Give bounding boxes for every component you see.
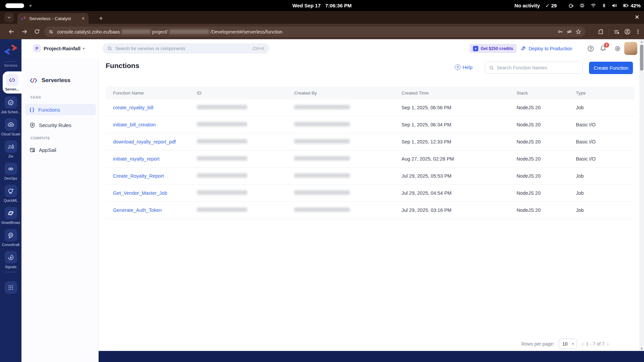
col-function-name: Function Name (113, 90, 197, 96)
nav-item-appsail[interactable]: AppSail (25, 144, 96, 156)
table-body: create_royality_bill Sep 1, 2025, 06:56 … (106, 99, 635, 219)
new-tab-button[interactable]: + (97, 14, 105, 23)
scroll-down-icon[interactable]: ▼ (639, 346, 644, 351)
apps-grid-icon (5, 281, 17, 294)
forward-icon[interactable] (20, 27, 28, 36)
function-name-link[interactable]: Get_Vendor_Master_Job (113, 190, 167, 196)
all-apps-button[interactable] (0, 281, 21, 294)
wifi-icon[interactable] (590, 3, 596, 8)
get-credits-button[interactable]: + Get $250 credits (470, 44, 517, 53)
clock-date: Wed Sep 17 (292, 3, 321, 8)
nav-item-security-rules[interactable]: Security Rules (25, 119, 96, 131)
global-search-input[interactable] (115, 46, 250, 51)
next-page-icon[interactable]: › (607, 341, 609, 347)
cell-stack: NodeJS 20 (517, 139, 576, 144)
function-name-link[interactable]: Create_Royalty_Report (113, 173, 164, 179)
function-name-link[interactable]: create_royality_bill (113, 105, 153, 110)
col-created-by: Created By (294, 90, 401, 96)
global-search[interactable]: Ctrl+K (103, 43, 269, 54)
page-scrollbar[interactable]: ▲ ▼ (639, 39, 644, 351)
cloud-scale-icon (5, 118, 17, 131)
window-close-icon[interactable]: ✕ (632, 12, 642, 22)
user-avatar[interactable] (624, 42, 637, 55)
function-search-input[interactable] (497, 65, 579, 70)
create-function-button[interactable]: Create Function (589, 62, 633, 74)
function-name-link[interactable]: download_royalty_report_pdf (113, 139, 176, 144)
help-circle-icon[interactable] (587, 45, 594, 52)
redacted-created-by (294, 105, 350, 109)
rows-per-page-select[interactable]: 10 ▾ (559, 339, 577, 349)
deploy-to-production-button[interactable]: Deploy to Production (520, 39, 572, 58)
sidebar-item-zia[interactable]: Zia Zia (0, 140, 21, 158)
function-name-link[interactable]: initiate_bill_creation (113, 122, 156, 127)
app-header: P Project-Rainfall ▾ Ctrl+K + Get $250 c… (21, 39, 644, 58)
notifications-bell-icon[interactable]: 2 (600, 45, 607, 52)
scrollbar-thumb[interactable] (640, 45, 643, 71)
notification-count-badge: 2 (604, 43, 609, 48)
redacted-created-by (294, 139, 350, 143)
sidebar-item-convokraft[interactable]: ConvoKraft (0, 229, 21, 247)
sidebar-item-quickml[interactable]: QuickML (0, 185, 21, 202)
browser-tab[interactable]: Serverless - Catalyst (17, 13, 89, 24)
signals-icon (5, 251, 17, 263)
serverless-panel-icon (30, 76, 38, 84)
sidebar-divider (5, 61, 17, 62)
system-tray[interactable]: No activity ✓ 29 42% (515, 0, 641, 11)
project-selector[interactable]: Project-Rainfall ▾ (44, 39, 85, 58)
function-search[interactable] (485, 62, 583, 74)
brightness-icon[interactable] (579, 3, 585, 8)
scroll-up-icon[interactable]: ▲ (639, 39, 644, 44)
function-name-link[interactable]: initiate_royalty_report (113, 156, 160, 162)
table-row: Generate_Auth_Token Jul 29, 2025, 03:16 … (106, 202, 635, 219)
services-section-label: Services (0, 63, 21, 67)
eye-slash-icon[interactable] (567, 29, 572, 35)
previous-page-icon[interactable]: ‹ (582, 341, 584, 347)
toolbar-divider (608, 28, 609, 35)
function-name-link[interactable]: Generate_Auth_Token (113, 207, 162, 213)
volume-icon[interactable] (611, 3, 618, 8)
sidebar-item-serverless[interactable]: Server... (3, 71, 21, 94)
credits-icon: + (473, 46, 478, 51)
col-id: ID (197, 90, 294, 96)
caffeine-icon[interactable] (568, 3, 574, 8)
nav-item-functions[interactable]: { } Functions (25, 104, 96, 115)
settings-gear-icon[interactable] (614, 45, 621, 52)
reload-icon[interactable] (33, 27, 41, 36)
bluetooth-icon[interactable] (602, 3, 606, 8)
project-badge: P (33, 44, 41, 52)
extensions-icon[interactable] (598, 29, 604, 35)
table-row: Create_Royalty_Report Jul 29, 2025, 05:5… (106, 168, 635, 185)
back-icon[interactable] (7, 27, 15, 36)
cell-stack: NodeJS 20 (517, 173, 576, 179)
search-icon (107, 46, 112, 51)
cell-created-time: Jul 29, 2025, 03:16 PM (401, 207, 517, 213)
cell-type: Basic I/O (576, 122, 635, 127)
password-key-icon[interactable] (557, 29, 563, 35)
cell-type: Basic I/O (576, 139, 635, 144)
address-bar[interactable]: console.catalyst.zoho.eu/baas project/ /… (44, 26, 585, 37)
media-list-icon[interactable] (613, 29, 620, 35)
cell-stack: NodeJS 20 (517, 156, 576, 162)
url-text: console.catalyst.zoho.eu/baas project/ /… (57, 29, 554, 35)
chevron-down-icon: ▾ (83, 47, 85, 50)
site-info-icon[interactable] (48, 29, 54, 35)
tab-search-button[interactable] (4, 13, 14, 22)
serverless-nav-panel: Serverless FAAS { } Functions Security R… (21, 58, 99, 362)
sidebar-item-smartbrowz[interactable]: SmartBrowz (0, 207, 21, 225)
catalyst-logo[interactable] (4, 43, 17, 57)
profile-icon[interactable] (624, 28, 631, 35)
sidebar-item-signals[interactable]: Signals (0, 251, 21, 269)
kebab-menu-icon[interactable]: ⋮ (635, 28, 641, 35)
sidebar-item-cloud-scale[interactable]: Cloud Scale (0, 118, 21, 136)
bookmark-star-icon[interactable] (576, 29, 581, 35)
sidebar-item-job-scheduling[interactable]: Job Sched... (0, 96, 21, 114)
redacted-id (197, 207, 247, 212)
battery-status[interactable]: 42% (623, 3, 641, 8)
table-header-row: Function Name ID Created By Created Time… (106, 86, 635, 99)
redacted-created-by (294, 122, 350, 126)
help-link[interactable]: ? Help (455, 64, 473, 70)
cell-type: Job (576, 207, 635, 213)
cell-stack: NodeJS 20 (517, 190, 576, 196)
tab-close-icon[interactable] (81, 16, 85, 20)
sidebar-item-devops[interactable]: DevOps (0, 163, 21, 180)
